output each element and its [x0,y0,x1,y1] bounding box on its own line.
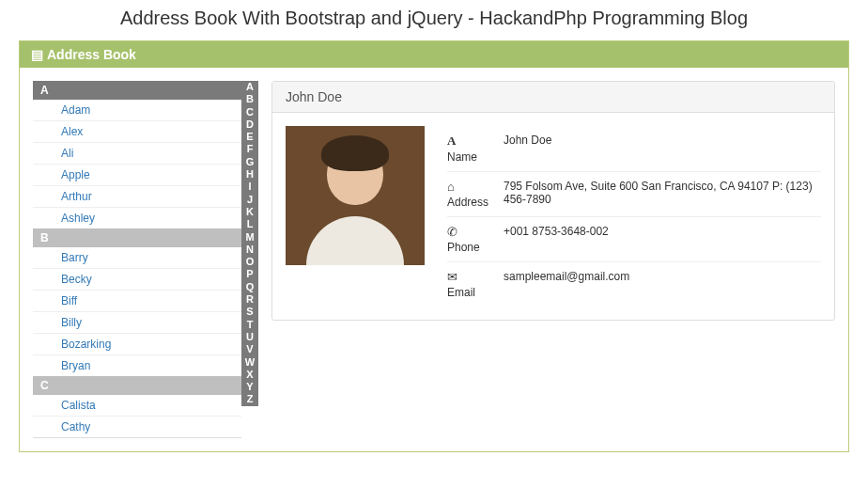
alpha-index-letter[interactable]: V [241,343,258,355]
font-icon: A [447,134,504,149]
alpha-index: ABCDEFGHIJKLMNOPQRSTUVWXYZ [241,81,258,406]
contact-item[interactable]: Becky [33,268,241,290]
info-row-email: ✉ Email sampleemail@gmail.com [447,262,821,307]
alpha-index-letter[interactable]: A [241,81,258,93]
info-value-phone: +001 8753-3648-002 [504,225,821,254]
alpha-index-letter[interactable]: L [241,218,258,230]
home-icon: ⌂ [447,180,504,194]
contact-detail-column: John Doe A Name John Doe [271,81,835,438]
section-header: C [33,376,241,395]
alpha-index-letter[interactable]: Z [241,393,258,405]
alpha-index-letter[interactable]: N [241,244,258,256]
section-header: A [33,81,241,100]
info-value-name: John Doe [504,134,821,164]
contact-list: AAdamAlexAliAppleArthurAshleyBBarryBecky… [33,81,241,438]
panel-title: Address Book [47,47,136,62]
contact-item[interactable]: Barry [33,247,241,268]
phone-icon: ✆ [447,225,504,239]
contact-item[interactable]: Alex [33,120,241,142]
contact-avatar [286,126,425,265]
page-title: Address Book With Bootstrap and jQuery -… [0,0,868,40]
alpha-index-letter[interactable]: F [241,143,258,155]
alpha-index-letter[interactable]: T [241,319,258,331]
alpha-index-letter[interactable]: I [241,181,258,193]
contact-item[interactable]: Cathy [33,416,241,437]
alpha-index-letter[interactable]: P [241,268,258,280]
info-row-phone: ✆ Phone +001 8753-3648-002 [447,217,821,262]
info-value-address: 795 Folsom Ave, Suite 600 San Francisco,… [504,180,821,209]
alpha-index-letter[interactable]: S [241,306,258,318]
alpha-index-letter[interactable]: C [241,106,258,118]
address-book-panel: ▤ Address Book ABCDEFGHIJKLMNOPQRSTUVWXY… [19,40,849,452]
book-icon: ▤ [31,47,43,62]
section-header: B [33,228,241,247]
alpha-index-letter[interactable]: Y [241,381,258,393]
info-label-name: Name [447,150,504,164]
contact-item[interactable]: Adam [33,100,241,120]
info-label-email: Email [447,286,504,299]
alpha-index-letter[interactable]: J [241,194,258,206]
info-label-phone: Phone [447,241,504,254]
contact-card: John Doe A Name John Doe [271,81,835,321]
info-label-address: Address [447,196,504,209]
contact-item[interactable]: Bryan [33,354,241,376]
alpha-index-letter[interactable]: M [241,231,258,244]
contact-card-header: John Doe [272,82,834,113]
alpha-index-letter[interactable]: H [241,168,258,181]
contact-item[interactable]: Calista [33,395,241,416]
info-row-name: A Name John Doe [447,126,821,172]
contact-item[interactable]: Arthur [33,185,241,207]
alpha-index-letter[interactable]: K [241,206,258,218]
contact-item[interactable]: Biff [33,290,241,311]
contact-list-column: ABCDEFGHIJKLMNOPQRSTUVWXYZ AAdamAlexAliA… [33,81,258,438]
alpha-index-letter[interactable]: U [241,331,258,343]
contact-item[interactable]: Billy [33,311,241,333]
envelope-icon: ✉ [447,270,504,284]
panel-header: ▤ Address Book [20,41,848,68]
alpha-index-letter[interactable]: D [241,118,258,131]
info-row-address: ⌂ Address 795 Folsom Ave, Suite 600 San … [447,172,821,217]
alpha-index-letter[interactable]: O [241,256,258,268]
alpha-index-letter[interactable]: B [241,93,258,105]
contact-item[interactable]: Ashley [33,207,241,228]
alpha-index-letter[interactable]: G [241,156,258,168]
alpha-index-letter[interactable]: E [241,131,258,143]
contact-item[interactable]: Apple [33,164,241,185]
alpha-index-letter[interactable]: Q [241,281,258,293]
contact-item[interactable]: Bozarking [33,333,241,354]
alpha-index-letter[interactable]: W [241,356,258,369]
alpha-index-letter[interactable]: R [241,293,258,306]
contact-info: A Name John Doe ⌂ Address 795 Folsom Ave… [447,126,821,307]
alpha-index-letter[interactable]: X [241,369,258,381]
info-value-email: sampleemail@gmail.com [504,270,821,299]
contact-item[interactable]: Ali [33,142,241,164]
